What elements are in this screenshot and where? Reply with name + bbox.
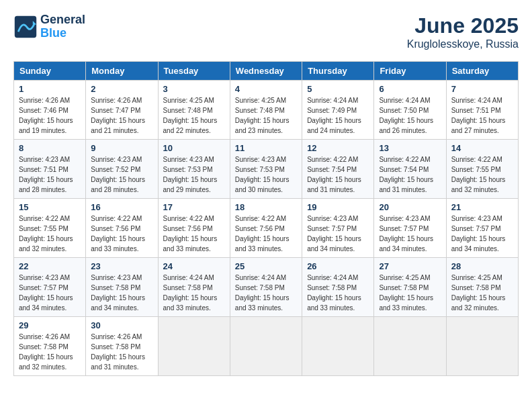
calendar-cell: 19 Sunrise: 4:23 AM Sunset: 7:57 PM Dayl… bbox=[302, 199, 374, 258]
calendar-week-row: 1 Sunrise: 4:26 AM Sunset: 7:46 PM Dayli… bbox=[14, 81, 519, 140]
calendar-cell: 4 Sunrise: 4:25 AM Sunset: 7:48 PM Dayli… bbox=[230, 81, 302, 140]
day-info: Sunrise: 4:26 AM Sunset: 7:58 PM Dayligh… bbox=[91, 332, 152, 372]
calendar-cell bbox=[302, 317, 374, 376]
day-number: 7 bbox=[451, 84, 513, 94]
day-info: Sunrise: 4:24 AM Sunset: 7:58 PM Dayligh… bbox=[235, 273, 297, 313]
calendar-table: Sunday Monday Tuesday Wednesday Thursday… bbox=[13, 61, 519, 376]
day-number: 23 bbox=[91, 261, 152, 271]
calendar-cell: 24 Sunrise: 4:24 AM Sunset: 7:58 PM Dayl… bbox=[158, 258, 230, 317]
day-info: Sunrise: 4:24 AM Sunset: 7:50 PM Dayligh… bbox=[379, 95, 441, 136]
title-section: June 2025 Kruglolesskoye, Russia bbox=[407, 13, 519, 50]
day-number: 11 bbox=[235, 143, 297, 153]
calendar-cell bbox=[158, 317, 230, 376]
day-info: Sunrise: 4:26 AM Sunset: 7:46 PM Dayligh… bbox=[19, 95, 81, 136]
day-info: Sunrise: 4:23 AM Sunset: 7:57 PM Dayligh… bbox=[379, 214, 441, 254]
header-thursday: Thursday bbox=[302, 62, 374, 81]
calendar-cell: 12 Sunrise: 4:22 AM Sunset: 7:54 PM Dayl… bbox=[302, 140, 374, 199]
calendar-cell: 11 Sunrise: 4:23 AM Sunset: 7:53 PM Dayl… bbox=[230, 140, 302, 199]
day-number: 10 bbox=[163, 143, 225, 153]
day-info: Sunrise: 4:22 AM Sunset: 7:54 PM Dayligh… bbox=[307, 154, 369, 195]
month-title: June 2025 bbox=[407, 13, 519, 38]
header-monday: Monday bbox=[86, 62, 158, 81]
calendar-cell: 25 Sunrise: 4:24 AM Sunset: 7:58 PM Dayl… bbox=[230, 258, 302, 317]
day-number: 24 bbox=[163, 261, 225, 271]
day-info: Sunrise: 4:22 AM Sunset: 7:55 PM Dayligh… bbox=[19, 214, 81, 254]
day-info: Sunrise: 4:23 AM Sunset: 7:52 PM Dayligh… bbox=[91, 154, 152, 195]
calendar-week-row: 29 Sunrise: 4:26 AM Sunset: 7:58 PM Dayl… bbox=[14, 317, 519, 376]
day-info: Sunrise: 4:23 AM Sunset: 7:53 PM Dayligh… bbox=[235, 154, 297, 195]
day-info: Sunrise: 4:22 AM Sunset: 7:56 PM Dayligh… bbox=[163, 214, 225, 254]
day-info: Sunrise: 4:25 AM Sunset: 7:48 PM Dayligh… bbox=[163, 95, 225, 136]
day-info: Sunrise: 4:25 AM Sunset: 7:58 PM Dayligh… bbox=[379, 273, 441, 313]
day-number: 30 bbox=[91, 320, 152, 330]
page-header: General Blue June 2025 Kruglolesskoye, R… bbox=[13, 13, 519, 50]
day-info: Sunrise: 4:25 AM Sunset: 7:48 PM Dayligh… bbox=[235, 95, 297, 136]
day-number: 16 bbox=[91, 202, 152, 212]
calendar-cell: 2 Sunrise: 4:26 AM Sunset: 7:47 PM Dayli… bbox=[86, 81, 158, 140]
day-info: Sunrise: 4:23 AM Sunset: 7:57 PM Dayligh… bbox=[19, 273, 81, 313]
calendar-cell: 16 Sunrise: 4:22 AM Sunset: 7:56 PM Dayl… bbox=[86, 199, 158, 258]
day-number: 12 bbox=[307, 143, 369, 153]
day-info: Sunrise: 4:23 AM Sunset: 7:53 PM Dayligh… bbox=[163, 154, 225, 195]
calendar-header-row: Sunday Monday Tuesday Wednesday Thursday… bbox=[14, 62, 519, 81]
day-number: 25 bbox=[235, 261, 297, 271]
day-info: Sunrise: 4:22 AM Sunset: 7:54 PM Dayligh… bbox=[379, 154, 441, 195]
header-saturday: Saturday bbox=[446, 62, 518, 81]
day-info: Sunrise: 4:23 AM Sunset: 7:57 PM Dayligh… bbox=[451, 214, 513, 254]
calendar-cell: 15 Sunrise: 4:22 AM Sunset: 7:55 PM Dayl… bbox=[14, 199, 86, 258]
calendar-cell: 1 Sunrise: 4:26 AM Sunset: 7:46 PM Dayli… bbox=[14, 81, 86, 140]
calendar-cell: 6 Sunrise: 4:24 AM Sunset: 7:50 PM Dayli… bbox=[374, 81, 446, 140]
calendar-cell: 8 Sunrise: 4:23 AM Sunset: 7:51 PM Dayli… bbox=[14, 140, 86, 199]
calendar-cell bbox=[230, 317, 302, 376]
header-friday: Friday bbox=[374, 62, 446, 81]
day-number: 21 bbox=[451, 202, 513, 212]
logo-icon bbox=[13, 15, 38, 39]
calendar-cell: 17 Sunrise: 4:22 AM Sunset: 7:56 PM Dayl… bbox=[158, 199, 230, 258]
day-number: 6 bbox=[379, 84, 441, 94]
calendar-cell: 28 Sunrise: 4:25 AM Sunset: 7:58 PM Dayl… bbox=[446, 258, 518, 317]
calendar-cell: 9 Sunrise: 4:23 AM Sunset: 7:52 PM Dayli… bbox=[86, 140, 158, 199]
day-number: 4 bbox=[235, 84, 297, 94]
calendar-cell: 18 Sunrise: 4:22 AM Sunset: 7:56 PM Dayl… bbox=[230, 199, 302, 258]
day-number: 1 bbox=[19, 84, 81, 94]
day-number: 22 bbox=[19, 261, 81, 271]
header-wednesday: Wednesday bbox=[230, 62, 302, 81]
calendar-cell: 22 Sunrise: 4:23 AM Sunset: 7:57 PM Dayl… bbox=[14, 258, 86, 317]
day-info: Sunrise: 4:23 AM Sunset: 7:51 PM Dayligh… bbox=[19, 154, 81, 195]
day-number: 13 bbox=[379, 143, 441, 153]
header-sunday: Sunday bbox=[14, 62, 86, 81]
day-info: Sunrise: 4:24 AM Sunset: 7:49 PM Dayligh… bbox=[307, 95, 369, 136]
calendar-week-row: 15 Sunrise: 4:22 AM Sunset: 7:55 PM Dayl… bbox=[14, 199, 519, 258]
day-number: 8 bbox=[19, 143, 81, 153]
calendar-cell: 14 Sunrise: 4:22 AM Sunset: 7:55 PM Dayl… bbox=[446, 140, 518, 199]
day-number: 26 bbox=[307, 261, 369, 271]
calendar-cell: 20 Sunrise: 4:23 AM Sunset: 7:57 PM Dayl… bbox=[374, 199, 446, 258]
calendar-week-row: 22 Sunrise: 4:23 AM Sunset: 7:57 PM Dayl… bbox=[14, 258, 519, 317]
day-info: Sunrise: 4:22 AM Sunset: 7:56 PM Dayligh… bbox=[235, 214, 297, 254]
day-number: 15 bbox=[19, 202, 81, 212]
calendar-cell: 13 Sunrise: 4:22 AM Sunset: 7:54 PM Dayl… bbox=[374, 140, 446, 199]
day-number: 2 bbox=[91, 84, 152, 94]
day-info: Sunrise: 4:24 AM Sunset: 7:51 PM Dayligh… bbox=[451, 95, 513, 136]
calendar-cell: 27 Sunrise: 4:25 AM Sunset: 7:58 PM Dayl… bbox=[374, 258, 446, 317]
day-number: 20 bbox=[379, 202, 441, 212]
day-number: 19 bbox=[307, 202, 369, 212]
day-number: 3 bbox=[163, 84, 225, 94]
day-info: Sunrise: 4:26 AM Sunset: 7:47 PM Dayligh… bbox=[91, 95, 152, 136]
calendar-cell bbox=[446, 317, 518, 376]
calendar-cell: 7 Sunrise: 4:24 AM Sunset: 7:51 PM Dayli… bbox=[446, 81, 518, 140]
day-info: Sunrise: 4:23 AM Sunset: 7:57 PM Dayligh… bbox=[307, 214, 369, 254]
day-info: Sunrise: 4:23 AM Sunset: 7:58 PM Dayligh… bbox=[91, 273, 152, 313]
day-info: Sunrise: 4:25 AM Sunset: 7:58 PM Dayligh… bbox=[451, 273, 513, 313]
day-info: Sunrise: 4:24 AM Sunset: 7:58 PM Dayligh… bbox=[307, 273, 369, 313]
calendar-cell: 10 Sunrise: 4:23 AM Sunset: 7:53 PM Dayl… bbox=[158, 140, 230, 199]
calendar-week-row: 8 Sunrise: 4:23 AM Sunset: 7:51 PM Dayli… bbox=[14, 140, 519, 199]
day-info: Sunrise: 4:26 AM Sunset: 7:58 PM Dayligh… bbox=[19, 332, 81, 372]
location-title: Kruglolesskoye, Russia bbox=[407, 38, 519, 50]
day-number: 18 bbox=[235, 202, 297, 212]
day-number: 9 bbox=[91, 143, 152, 153]
day-number: 29 bbox=[19, 320, 81, 330]
day-number: 28 bbox=[451, 261, 513, 271]
calendar-cell: 21 Sunrise: 4:23 AM Sunset: 7:57 PM Dayl… bbox=[446, 199, 518, 258]
day-number: 14 bbox=[451, 143, 513, 153]
